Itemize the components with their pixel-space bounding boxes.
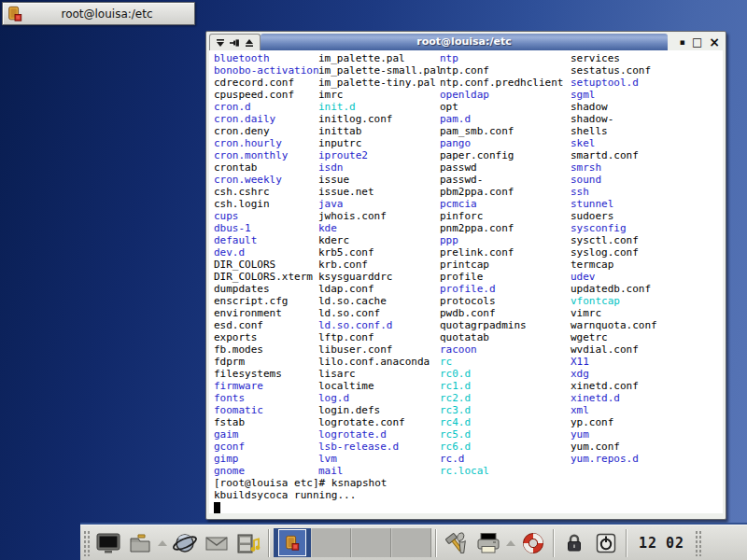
file-entry: cups xyxy=(214,210,319,222)
file-entry: environment xyxy=(214,307,319,319)
file-entry: warnquota.conf xyxy=(571,319,657,331)
file-entry: pango xyxy=(440,137,563,149)
file-entry: pbm2ppa.conf xyxy=(440,186,563,198)
minimize-button[interactable]: ▪ xyxy=(680,34,685,50)
file-entry: xdg xyxy=(571,368,657,380)
file-entry: gaim xyxy=(214,428,319,441)
file-entry: yum.conf xyxy=(571,441,657,453)
lock-icon xyxy=(563,532,585,554)
file-entry: bonobo-activation xyxy=(214,64,319,77)
file-entry: vimrc xyxy=(571,307,657,319)
file-entry: mail xyxy=(318,465,442,477)
printer-launcher[interactable] xyxy=(474,529,502,557)
file-entry: ld.so.conf xyxy=(318,307,442,319)
file-entry: logrotate.conf xyxy=(318,416,442,428)
taskbar-window-button[interactable]: root@louisa:/etc xyxy=(2,2,195,25)
panel-separator xyxy=(626,529,627,557)
file-entry: yum xyxy=(571,428,657,441)
logout-launcher[interactable] xyxy=(592,529,620,557)
file-entry: yum.repos.d xyxy=(571,453,657,465)
panel-handle-right[interactable] xyxy=(695,530,701,556)
file-entry: ld.so.cache xyxy=(318,295,442,307)
file-entry: prelink.conf xyxy=(440,246,563,259)
terminal-launcher[interactable] xyxy=(94,529,122,557)
terminal-window: root@louisa:/etc ▪ □ × bluetoothbonobo-a… xyxy=(205,31,726,520)
file-entry: lisarc xyxy=(318,368,442,380)
help-launcher[interactable] xyxy=(519,529,547,557)
home-folder-launcher[interactable] xyxy=(126,529,154,557)
tools-icon xyxy=(443,529,471,557)
titlebar-left-icons xyxy=(209,34,261,50)
file-entry: kderc xyxy=(318,234,442,246)
file-entry: syslog.conf xyxy=(571,246,657,259)
file-entry: fstab xyxy=(214,416,319,428)
scroll-down-icon[interactable] xyxy=(216,38,225,48)
file-entry: dev.d xyxy=(214,246,319,259)
mail-icon xyxy=(204,530,230,556)
pin-icon[interactable] xyxy=(230,38,240,48)
lock-launcher[interactable] xyxy=(560,529,588,557)
file-entry: pcmcia xyxy=(440,198,563,210)
file-entry: DIR_COLORS xyxy=(214,259,319,271)
folder-icon xyxy=(127,530,153,556)
file-entry: lvm xyxy=(318,453,442,465)
file-entry: smrsh xyxy=(571,161,657,174)
file-entry: passwd- xyxy=(440,174,563,186)
file-entry: ssh xyxy=(571,186,657,198)
utilities-launcher[interactable] xyxy=(443,529,471,557)
folder-popup-arrow-icon[interactable] xyxy=(158,540,167,546)
power-icon xyxy=(595,532,617,554)
file-entry: X11 xyxy=(571,356,657,368)
close-button[interactable]: × xyxy=(709,34,720,50)
file-entry: rc.d xyxy=(440,453,563,465)
empty-task-slot xyxy=(391,528,431,557)
terminal-output[interactable]: bluetoothbonobo-activationcdrecord.confc… xyxy=(209,50,723,513)
web-browser-launcher[interactable] xyxy=(171,529,199,557)
file-entry: pinforc xyxy=(440,210,563,222)
file-entry: imrc xyxy=(318,89,442,101)
file-entry: logrotate.d xyxy=(318,428,442,441)
panel-handle-left[interactable] xyxy=(83,530,90,556)
file-entry: xml xyxy=(571,404,657,416)
printer-popup-arrow-icon[interactable] xyxy=(506,540,515,546)
maximize-button[interactable]: □ xyxy=(692,34,702,50)
shell-status-line: kbuildsycoca running... xyxy=(214,489,356,501)
file-entry: rc6.d xyxy=(440,441,563,453)
globe-icon xyxy=(171,529,199,557)
file-entry: termcap xyxy=(571,259,657,271)
file-entry: racoon xyxy=(440,343,563,356)
file-entry: sgml xyxy=(571,89,657,101)
file-entry: gnome xyxy=(214,465,319,477)
shade-eject-icon[interactable] xyxy=(245,38,254,48)
file-entry: cron.d xyxy=(214,101,319,113)
window-titlebar[interactable]: root@louisa:/etc ▪ □ × xyxy=(209,34,723,50)
file-entry: protocols xyxy=(440,295,563,307)
clock-hour: 12 xyxy=(639,535,657,552)
file-entry: ld.so.conf.d xyxy=(318,319,442,331)
file-entry: krb5.conf xyxy=(318,246,442,259)
konsole-icon xyxy=(7,6,23,22)
clock-minute: 02 xyxy=(666,535,684,552)
file-entry: wgetrc xyxy=(571,331,657,343)
file-entry: xinetd.d xyxy=(571,392,657,404)
panel-clock[interactable]: 12 02 xyxy=(639,535,684,552)
mail-launcher[interactable] xyxy=(203,529,231,557)
file-entry: rc.local xyxy=(440,465,563,477)
file-entry: gimp xyxy=(214,453,319,465)
file-entry: cron.hourly xyxy=(214,137,319,149)
file-entry: printcap xyxy=(440,259,563,271)
file-entry: fdprm xyxy=(214,356,319,368)
file-entry: fonts xyxy=(214,392,319,404)
screen-icon xyxy=(95,530,121,556)
film-note-icon xyxy=(235,530,261,556)
file-entry: rc xyxy=(440,356,563,368)
file-entry: default xyxy=(214,234,319,246)
file-list-column-3: ntpntp.confntp.conf.predhclientopenldapo… xyxy=(440,52,563,477)
file-entry: localtime xyxy=(318,380,442,392)
file-entry: rc4.d xyxy=(440,416,563,428)
multimedia-launcher[interactable] xyxy=(234,529,262,557)
file-entry: issue xyxy=(318,174,442,186)
file-entry: wvdial.conf xyxy=(571,343,657,356)
active-task-button[interactable] xyxy=(274,528,311,557)
file-entry: pam.d xyxy=(440,113,563,125)
